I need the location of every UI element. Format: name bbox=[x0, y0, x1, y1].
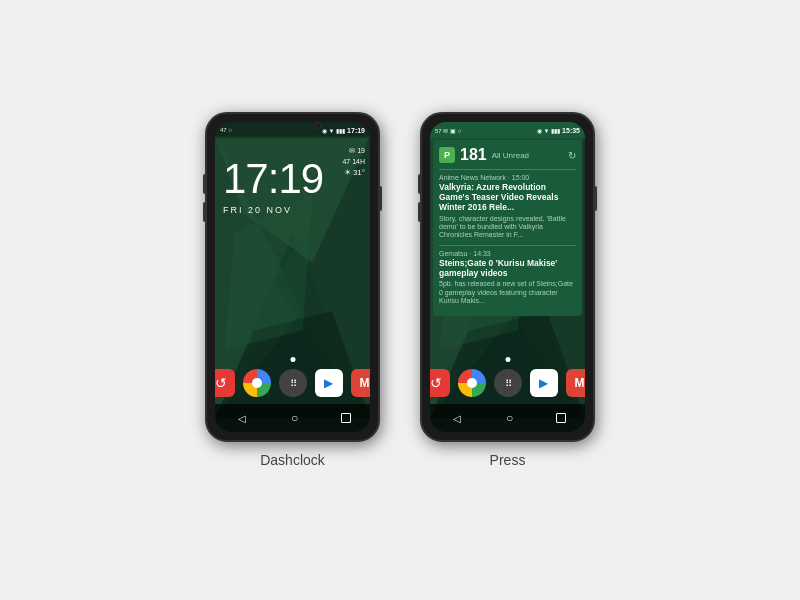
status-right: ◉ ▼ ▮▮▮ 17:19 bbox=[322, 127, 365, 134]
notif-title-2: Steins;Gate 0 'Kurisu Makise' gameplay v… bbox=[439, 258, 576, 278]
hour-info: 47 14H bbox=[342, 158, 365, 165]
press-nav-bar: ◁ ○ bbox=[430, 404, 585, 432]
press-status-icons: ◉ ▼ ▮▮▮ bbox=[537, 127, 560, 134]
press-app-gmail[interactable]: M bbox=[566, 369, 586, 397]
dashclock-phone: 47 ○ ◉ ▼ ▮▮▮ 17:19 17:19 FRI 20 NOV ✉ 19 bbox=[205, 112, 380, 442]
press-label: Press bbox=[490, 452, 526, 468]
nav-back[interactable]: ◁ bbox=[235, 411, 249, 425]
dashclock-screen: 47 ○ ◉ ▼ ▮▮▮ 17:19 17:19 FRI 20 NOV ✉ 19 bbox=[215, 122, 370, 432]
page-dot bbox=[290, 357, 295, 362]
app-red-circle[interactable]: ↺ bbox=[215, 369, 235, 397]
notif-divider-1 bbox=[439, 169, 576, 170]
press-nav-back[interactable]: ◁ bbox=[450, 411, 464, 425]
notif-item-1[interactable]: Anime News Network · 15:00 Valkyria: Azu… bbox=[439, 174, 576, 240]
press-status-time: 15:35 bbox=[562, 127, 580, 134]
nav-home[interactable]: ○ bbox=[288, 411, 302, 425]
press-page-dot bbox=[505, 357, 510, 362]
hour-row: 47 14H bbox=[342, 158, 365, 165]
notif-refresh-icon[interactable]: ↻ bbox=[568, 150, 576, 161]
nav-recent[interactable] bbox=[341, 413, 351, 423]
lock-date: FRI 20 NOV bbox=[223, 205, 362, 215]
press-app-chrome[interactable] bbox=[458, 369, 486, 397]
press-app-dock: ↺ ⠿ ▶ M bbox=[430, 364, 585, 402]
mail-count: ✉ 19 bbox=[349, 147, 365, 154]
press-status-bar: 57 ✉ ▣ ○ ◉ ▼ ▮▮▮ 15:35 bbox=[430, 122, 585, 138]
press-status-left-text: 57 ✉ ▣ ○ bbox=[435, 127, 461, 134]
lock-time: 17:19 bbox=[223, 155, 362, 203]
notif-all-unread: All Unread bbox=[492, 151, 563, 160]
notif-count: 181 bbox=[460, 146, 487, 164]
notif-header: P 181 All Unread ↻ bbox=[439, 146, 576, 164]
notif-body-2: 5pb. has released a new set of Steins;Ga… bbox=[439, 280, 576, 305]
app-chrome[interactable] bbox=[243, 369, 271, 397]
press-icon: P bbox=[439, 147, 455, 163]
nav-bar: ◁ ○ bbox=[215, 404, 370, 432]
dashclock-status-bar: 47 ○ ◉ ▼ ▮▮▮ 17:19 bbox=[215, 122, 370, 138]
app-gmail[interactable]: M bbox=[351, 369, 371, 397]
temp-row: ☀ 31° bbox=[342, 168, 365, 177]
notif-item-2[interactable]: Gematsu · 14:33 Steins;Gate 0 'Kurisu Ma… bbox=[439, 250, 576, 306]
press-phone: 57 ✉ ▣ ○ ◉ ▼ ▮▮▮ 15:35 P 181 All Unread … bbox=[420, 112, 595, 442]
notif-body-1: Story, character designs revealed, 'Batt… bbox=[439, 215, 576, 240]
mail-row: ✉ 19 bbox=[342, 147, 365, 155]
weather-widget: ✉ 19 47 14H ☀ 31° bbox=[342, 147, 365, 177]
notif-source-2: Gematsu · 14:33 bbox=[439, 250, 576, 257]
notif-title-1: Valkyria: Azure Revolution Game's Teaser… bbox=[439, 182, 576, 213]
app-launcher[interactable]: ⠿ bbox=[279, 369, 307, 397]
status-left-text: 47 ○ bbox=[220, 127, 232, 133]
press-nav-home[interactable]: ○ bbox=[503, 411, 517, 425]
dashclock-label: Dashclock bbox=[260, 452, 325, 468]
press-screen: 57 ✉ ▣ ○ ◉ ▼ ▮▮▮ 15:35 P 181 All Unread … bbox=[430, 122, 585, 432]
press-wrapper: 57 ✉ ▣ ○ ◉ ▼ ▮▮▮ 15:35 P 181 All Unread … bbox=[420, 112, 595, 468]
press-app-launcher[interactable]: ⠿ bbox=[494, 369, 522, 397]
status-left: 47 ○ bbox=[220, 127, 232, 133]
app-play[interactable]: ▶ bbox=[315, 369, 343, 397]
press-app-play[interactable]: ▶ bbox=[530, 369, 558, 397]
dashclock-wrapper: 47 ○ ◉ ▼ ▮▮▮ 17:19 17:19 FRI 20 NOV ✉ 19 bbox=[205, 112, 380, 468]
phones-container: 47 ○ ◉ ▼ ▮▮▮ 17:19 17:19 FRI 20 NOV ✉ 19 bbox=[205, 112, 595, 488]
press-status-right: ◉ ▼ ▮▮▮ 15:35 bbox=[537, 127, 580, 134]
press-status-left: 57 ✉ ▣ ○ bbox=[435, 127, 461, 134]
status-time: 17:19 bbox=[347, 127, 365, 134]
press-app-red-circle[interactable]: ↺ bbox=[430, 369, 450, 397]
press-nav-recent[interactable] bbox=[556, 413, 566, 423]
app-dock: ↺ ⠿ ▶ M bbox=[215, 364, 370, 402]
notif-source-1: Anime News Network · 15:00 bbox=[439, 174, 576, 181]
notification-panel: P 181 All Unread ↻ Anime News Network · … bbox=[433, 140, 582, 316]
notif-divider-2 bbox=[439, 245, 576, 246]
status-icons: ◉ ▼ ▮▮▮ bbox=[322, 127, 345, 134]
temp-value: ☀ 31° bbox=[344, 168, 365, 177]
